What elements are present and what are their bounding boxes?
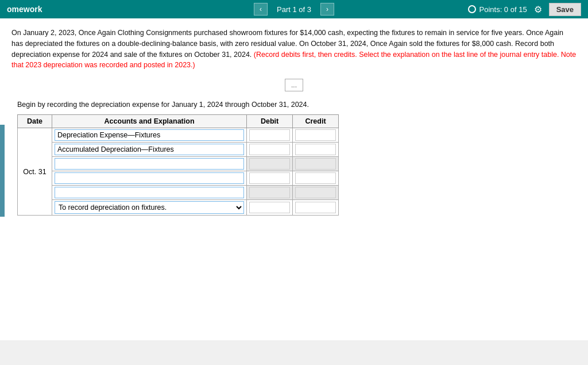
explanation-cell: To record depreciation on fixtures. To r… [52,200,246,216]
table-row-dropdown: To record depreciation on fixtures. To r… [18,200,339,216]
expand-button[interactable]: ... [285,79,303,91]
debit-input-1[interactable] [249,129,290,141]
top-bar-center: ‹ Part 1 of 3 › [254,3,334,16]
debit-cell-3 [247,157,293,171]
col-header-date: Date [18,115,52,128]
debit-cell-6 [247,200,293,216]
account-input-2[interactable] [55,144,244,155]
points-label: Points: 0 of 15 [479,5,527,14]
credit-input-6[interactable] [295,202,336,213]
table-row [18,157,339,171]
credit-cell-5 [293,186,339,200]
account-input-3[interactable] [55,158,244,170]
col-header-debit: Debit [247,115,293,128]
credit-input-5[interactable] [295,187,336,198]
account-input-4[interactable] [55,172,244,184]
debit-cell-1 [247,128,293,143]
save-button[interactable]: Save [549,3,581,16]
points-area: Points: 0 of 15 [468,5,527,14]
left-accent-bar [0,125,5,217]
account-input-5[interactable] [55,187,244,198]
account-cell-1 [52,128,246,143]
debit-input-2[interactable] [249,144,290,155]
debit-input-6[interactable] [249,202,290,213]
main-content: On January 2, 2023, Once Again Clothing … [0,18,588,340]
next-arrow[interactable]: › [320,3,334,16]
explanation-dropdown[interactable]: To record depreciation on fixtures. To r… [55,201,244,214]
entry-date: Oct. 31 [23,168,46,176]
credit-input-3[interactable] [295,158,336,170]
debit-input-3[interactable] [249,158,290,170]
top-bar-right: Points: 0 of 15 ⚙ Save [468,3,582,16]
top-bar: omework ‹ Part 1 of 3 › Points: 0 of 15 … [0,0,588,18]
credit-input-2[interactable] [295,144,336,155]
app-title: omework [7,5,42,14]
table-row [18,143,339,157]
instruction-text: Begin by recording the depreciation expe… [11,101,577,109]
debit-cell-4 [247,171,293,186]
date-cell: Oct. 31 [18,128,52,216]
problem-text: On January 2, 2023, Once Again Clothing … [11,28,577,71]
account-cell-5 [52,186,246,200]
col-header-credit: Credit [293,115,339,128]
credit-cell-4 [293,171,339,186]
credit-cell-6 [293,200,339,216]
debit-input-5[interactable] [249,187,290,198]
credit-cell-2 [293,143,339,157]
col-header-accounts: Accounts and Explanation [52,115,246,128]
account-cell-3 [52,157,246,171]
debit-cell-5 [247,186,293,200]
points-circle-icon [468,5,476,13]
table-row: Oct. 31 [18,128,339,143]
part-label: Part 1 of 3 [277,5,311,14]
prev-arrow[interactable]: ‹ [254,3,268,16]
credit-input-4[interactable] [295,172,336,184]
account-cell-2 [52,143,246,157]
debit-input-4[interactable] [249,172,290,184]
account-input-1[interactable] [55,129,244,141]
expand-btn-area: ... [11,79,577,91]
credit-input-1[interactable] [295,129,336,141]
table-row [18,171,339,186]
credit-cell-1 [293,128,339,143]
credit-cell-3 [293,157,339,171]
gear-button[interactable]: ⚙ [534,4,542,15]
debit-cell-2 [247,143,293,157]
account-cell-4 [52,171,246,186]
table-row [18,186,339,200]
journal-table: Date Accounts and Explanation Debit Cred… [17,114,339,216]
